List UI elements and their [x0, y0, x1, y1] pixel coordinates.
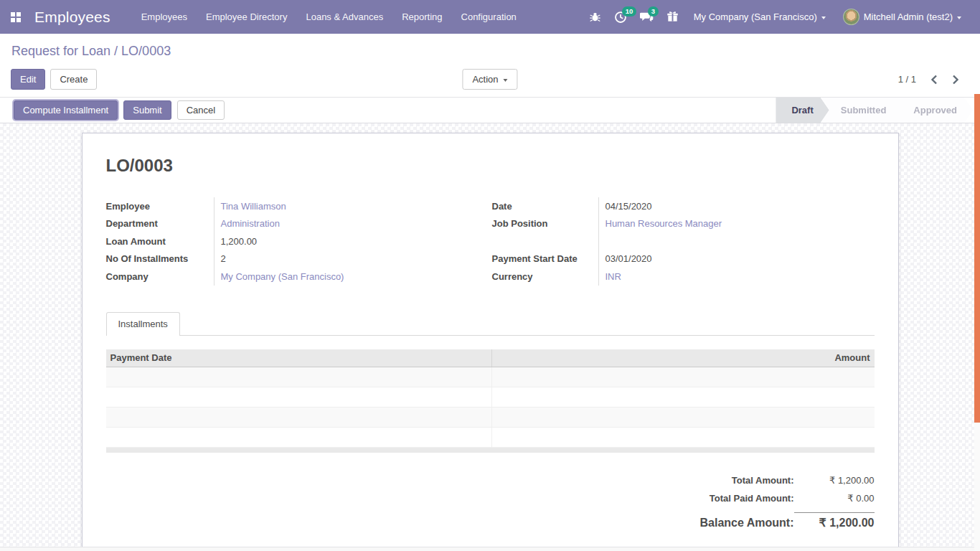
app-brand-title: Employees: [34, 9, 110, 26]
field-label: Employee: [106, 197, 214, 215]
field-employee: Employee Tina Williamson: [106, 197, 492, 215]
column-header-payment-date[interactable]: Payment Date: [106, 349, 491, 367]
field-value-job-position[interactable]: Human Resources Manager: [598, 215, 875, 233]
menu-item-employees[interactable]: Employees: [132, 0, 197, 34]
status-step-draft[interactable]: Draft: [776, 98, 829, 123]
chevron-left-icon: [930, 75, 938, 85]
debug-button[interactable]: [583, 0, 608, 34]
pager-next-button[interactable]: [952, 75, 959, 85]
installments-table: Payment Date Amount: [106, 349, 875, 453]
user-avatar: [843, 9, 859, 25]
action-dropdown-button[interactable]: Action: [462, 69, 517, 90]
messages-button[interactable]: 3: [633, 0, 660, 34]
total-amount-row: Total Amount: ₹ 1,200.00: [732, 475, 875, 493]
chevron-down-icon: [957, 17, 961, 19]
field-label: Currency: [492, 268, 598, 286]
menu-item-loans-advances[interactable]: Loans & Advances: [296, 0, 392, 34]
top-navbar: Employees Employees Employee Directory L…: [0, 0, 980, 34]
field-value-payment-start-date: 03/01/2020: [598, 250, 875, 268]
table-row: [106, 367, 875, 387]
column-header-amount[interactable]: Amount: [491, 349, 875, 367]
field-spacer-row: [492, 232, 875, 250]
field-group-right: Date 04/15/2020 Job Position Human Resou…: [492, 197, 875, 286]
field-value-currency[interactable]: INR: [598, 268, 875, 286]
total-amount-value: ₹ 1,200.00: [794, 475, 875, 486]
field-value-loan-amount: 1,200.00: [214, 232, 492, 250]
field-value-company[interactable]: My Company (San Francisco): [214, 268, 492, 286]
submit-button[interactable]: Submit: [123, 100, 171, 120]
breadcrumb-parent-link[interactable]: Request for Loan: [11, 44, 110, 58]
totals-block: Total Amount: ₹ 1,200.00 Total Paid Amou…: [106, 475, 875, 530]
balance-amount-label: Balance Amount:: [700, 517, 794, 529]
gift-button[interactable]: [660, 0, 685, 34]
action-label: Action: [472, 74, 498, 85]
menu-item-reporting[interactable]: Reporting: [392, 0, 451, 34]
company-name: My Company (San Francisco): [694, 11, 817, 22]
field-date: Date 04/15/2020: [492, 197, 875, 215]
table-row: [106, 428, 875, 448]
chevron-right-icon: [952, 75, 959, 85]
apps-menu-button[interactable]: [0, 0, 32, 34]
field-currency: Currency INR: [492, 268, 875, 286]
total-amount-label: Total Amount:: [732, 475, 794, 486]
table-row: [106, 408, 875, 428]
breadcrumb-separator: /: [110, 44, 121, 58]
user-menu[interactable]: Mitchell Admin (test2): [834, 0, 970, 34]
control-panel: Request for Loan / LO/0003 Edit Create A…: [0, 34, 980, 97]
field-job-position: Job Position Human Resources Manager: [492, 215, 875, 233]
status-step-submitted[interactable]: Submitted: [821, 98, 903, 123]
user-name: Mitchell Admin (test2): [864, 11, 953, 22]
tab-bar: Installments: [106, 312, 875, 336]
gift-icon: [666, 11, 679, 23]
field-label: Job Position: [492, 215, 598, 233]
compute-installment-button[interactable]: Compute Installment: [14, 100, 118, 120]
apps-grid-icon: [11, 12, 21, 22]
status-steps: Draft Submitted Approved: [776, 98, 973, 123]
scrollbar-thumb[interactable]: [974, 94, 980, 423]
systray: 10 3 My Company (San Francisco) Mitch: [583, 0, 970, 34]
record-title: LO/0003: [106, 156, 875, 176]
cancel-button[interactable]: Cancel: [177, 100, 225, 120]
balance-amount-row: Balance Amount: ₹ 1,200.00: [700, 512, 875, 530]
activities-button[interactable]: 10: [608, 0, 633, 34]
pager: 1 / 1: [898, 74, 969, 85]
create-button[interactable]: Create: [50, 69, 97, 90]
menu-item-configuration[interactable]: Configuration: [452, 0, 526, 34]
table-row: [106, 387, 875, 408]
breadcrumb: Request for Loan / LO/0003: [11, 44, 969, 59]
total-paid-amount-row: Total Paid Amount: ₹ 0.00: [710, 493, 875, 511]
field-value-employee[interactable]: Tina Williamson: [214, 197, 492, 215]
field-payment-start-date: Payment Start Date 03/01/2020: [492, 250, 875, 268]
status-step-approved[interactable]: Approved: [893, 98, 973, 123]
field-label: No Of Installments: [106, 250, 214, 268]
tab-installments[interactable]: Installments: [106, 312, 180, 336]
total-paid-amount-value: ₹ 0.00: [794, 493, 875, 504]
main-menu: Employees Employee Directory Loans & Adv…: [132, 0, 526, 34]
chevron-down-icon: [504, 79, 508, 82]
pager-value: 1 / 1: [898, 74, 916, 85]
field-label: Date: [492, 197, 598, 215]
field-groups: Employee Tina Williamson Department Admi…: [106, 197, 875, 286]
form-statusbar: Compute Installment Submit Cancel Draft …: [0, 97, 980, 123]
edit-button[interactable]: Edit: [11, 69, 45, 90]
bottom-strip: [0, 547, 980, 551]
field-group-left: Employee Tina Williamson Department Admi…: [106, 197, 492, 286]
field-value-department[interactable]: Administration: [214, 215, 492, 233]
total-paid-amount-label: Total Paid Amount:: [710, 493, 794, 504]
field-loan-amount: Loan Amount 1,200.00: [106, 232, 492, 250]
field-label: Payment Start Date: [492, 250, 598, 268]
balance-amount-value: ₹ 1,200.00: [794, 512, 875, 529]
field-label: Department: [106, 215, 214, 233]
table-header: Payment Date Amount: [106, 349, 875, 367]
field-label: Company: [106, 268, 214, 286]
messages-count-badge: 3: [648, 6, 659, 17]
pager-previous-button[interactable]: [930, 75, 938, 85]
scrollbar-track[interactable]: [974, 94, 980, 551]
company-switcher[interactable]: My Company (San Francisco): [685, 0, 834, 34]
table-footer-band: [106, 448, 875, 453]
field-label: Loan Amount: [106, 232, 214, 250]
notebook: Installments Payment Date Amount: [106, 312, 875, 453]
field-department: Department Administration: [106, 215, 492, 233]
menu-item-employee-directory[interactable]: Employee Directory: [197, 0, 296, 34]
field-company: Company My Company (San Francisco): [106, 268, 492, 286]
